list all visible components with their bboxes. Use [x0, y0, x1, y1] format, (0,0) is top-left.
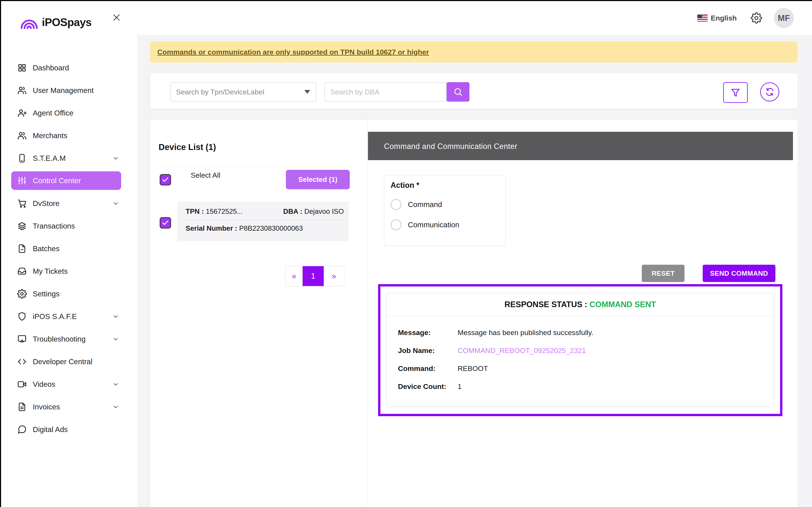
sidebar-item-ipos-s-a-f-e[interactable]: iPOS S.A.F.E	[11, 305, 121, 328]
response-row-command: Command: REBOOT	[398, 364, 774, 373]
sidebar-item-troubleshooting[interactable]: Troubleshooting	[11, 328, 121, 350]
refresh-icon	[765, 87, 774, 97]
language-selector[interactable]: English	[711, 14, 737, 22]
settings-gear-icon[interactable]	[751, 12, 762, 24]
layers-icon	[17, 221, 27, 231]
device-list-item[interactable]: TPN : 15672525... DBA : Dejavoo ISO Seri…	[177, 202, 349, 241]
job-name-link[interactable]: COMMAND_REBOOT_09252025_2321	[458, 346, 586, 355]
users-icon	[17, 131, 27, 140]
sidebar-item-label: DvStore	[33, 199, 59, 208]
sidebar-item-dvstore[interactable]: DvStore	[11, 192, 121, 215]
sidebar-item-invoices[interactable]: Invoices	[11, 395, 121, 418]
warning-banner: Commands or communication are only suppo…	[150, 41, 798, 62]
sidebar-item-label: Agent Office	[33, 109, 73, 117]
device-serial: Serial Number : P8B2230830000063	[186, 224, 303, 232]
sidebar-item-settings[interactable]: Settings	[11, 282, 121, 305]
us-flag-icon	[697, 14, 708, 22]
sidebar-item-user-management[interactable]: User Management	[11, 79, 121, 102]
invoice-icon	[17, 402, 27, 412]
sidebar-item-transactions[interactable]: Transactions	[11, 215, 121, 237]
device-card-divider	[186, 220, 344, 220]
users-icon	[17, 86, 27, 95]
search-dba-input[interactable]	[324, 82, 447, 102]
action-label: Action *	[391, 181, 506, 190]
sidebar-item-merchants[interactable]: Merchants	[11, 124, 121, 147]
chevron-down-icon	[112, 155, 119, 162]
chevron-down-icon	[112, 403, 119, 410]
search-type-dropdown-value: Search by Tpn/DeviceLabel	[176, 88, 304, 96]
radio-option-communication[interactable]: Communication	[391, 219, 506, 230]
filter-button[interactable]	[723, 82, 748, 103]
sidebar-item-digital-ads[interactable]: Digital Ads	[11, 418, 121, 441]
command-center-header: Command and Communication Center	[368, 132, 793, 160]
sidebar-item-videos[interactable]: Videos	[11, 373, 121, 395]
reset-button[interactable]: RESET	[642, 265, 684, 282]
sidebar: iPOSpays DashboardUser ManagementAgent O…	[1, 1, 138, 507]
radio-icon[interactable]	[391, 219, 402, 230]
pagination-next-button[interactable]: »	[324, 266, 344, 286]
avatar[interactable]: MF	[774, 8, 794, 28]
screen-share-icon	[17, 334, 27, 344]
sidebar-item-agent-office[interactable]: Agent Office	[11, 102, 121, 124]
response-row-devicecount: Device Count: 1	[398, 382, 774, 391]
sidebar-item-label: Batches	[33, 244, 59, 253]
sidebar-item-my-tickets[interactable]: My Tickets	[11, 260, 121, 282]
sidebar-menu: DashboardUser ManagementAgent OfficeMerc…	[1, 56, 138, 441]
file-minus-icon	[17, 244, 27, 253]
rainbow-logo-icon	[19, 13, 39, 31]
device-list-divider	[157, 166, 355, 167]
sidebar-item-label: Transactions	[33, 222, 75, 230]
banner-link[interactable]: Commands or communication are only suppo…	[157, 48, 429, 56]
send-command-button[interactable]: SEND COMMAND	[703, 265, 775, 282]
video-icon	[17, 379, 27, 389]
sidebar-item-s-t-e-a-m[interactable]: S.T.E.A.M	[11, 147, 121, 169]
pagination-page-1[interactable]: 1	[303, 266, 324, 286]
check-icon	[161, 219, 169, 227]
column-divider	[367, 120, 367, 507]
sliders-icon	[17, 176, 27, 185]
sidebar-item-dashboard[interactable]: Dashboard	[11, 56, 121, 79]
sidebar-item-label: Merchants	[33, 131, 67, 140]
shield-icon	[17, 312, 27, 321]
sidebar-item-control-center[interactable]: Control Center	[11, 171, 121, 190]
radio-icon[interactable]	[391, 199, 402, 210]
main-panel: Device List (1) Select All Selected (1) …	[150, 120, 798, 507]
sidebar-item-label: Developer Central	[33, 357, 92, 366]
refresh-button[interactable]	[760, 82, 779, 101]
search-icon	[453, 87, 463, 97]
pagination-prev-button[interactable]: «	[286, 266, 303, 286]
sidebar-item-label: Dashboard	[33, 64, 69, 72]
brand-name: iPOSpays	[42, 16, 92, 29]
close-icon[interactable]	[111, 12, 122, 23]
topbar: English MF	[697, 8, 794, 28]
sidebar-item-developer-central[interactable]: Developer Central	[11, 350, 121, 373]
sidebar-item-label: Invoices	[33, 403, 60, 411]
action-group: Action * Command Communication	[384, 175, 506, 246]
cart-icon	[17, 199, 27, 208]
device-dba: DBA : Dejavoo ISO	[283, 208, 344, 216]
sidebar-item-label: iPOS S.A.F.E	[33, 312, 77, 321]
radio-option-command[interactable]: Command	[391, 199, 506, 210]
smartphone-icon	[17, 153, 27, 163]
dashboard-icon	[17, 63, 27, 73]
response-panel: RESPONSE STATUS : COMMAND SENT Message: …	[378, 284, 782, 416]
response-row-message: Message: Message has been published succ…	[398, 329, 774, 337]
select-all-checkbox[interactable]	[160, 174, 171, 185]
chevron-down-icon	[112, 381, 119, 388]
user-plus-icon	[17, 108, 27, 118]
funnel-icon	[730, 88, 740, 97]
chat-icon	[17, 425, 27, 434]
sidebar-item-label: Videos	[33, 380, 55, 389]
device-tpn: TPN : 15672525...	[186, 208, 243, 216]
command-center-title: Command and Communication Center	[384, 142, 517, 151]
sidebar-item-label: Settings	[33, 290, 59, 298]
chevron-down-icon	[112, 200, 119, 207]
sidebar-item-batches[interactable]: Batches	[11, 237, 121, 260]
selected-count-button[interactable]: Selected (1)	[286, 170, 350, 189]
chevron-down-icon	[112, 336, 119, 342]
sidebar-item-label: Control Center	[33, 176, 81, 185]
response-row-jobname: Job Name: COMMAND_REBOOT_09252025_2321	[398, 346, 774, 355]
search-type-dropdown[interactable]: Search by Tpn/DeviceLabel	[170, 82, 316, 102]
search-button[interactable]	[447, 82, 469, 102]
device-checkbox[interactable]	[160, 217, 171, 229]
